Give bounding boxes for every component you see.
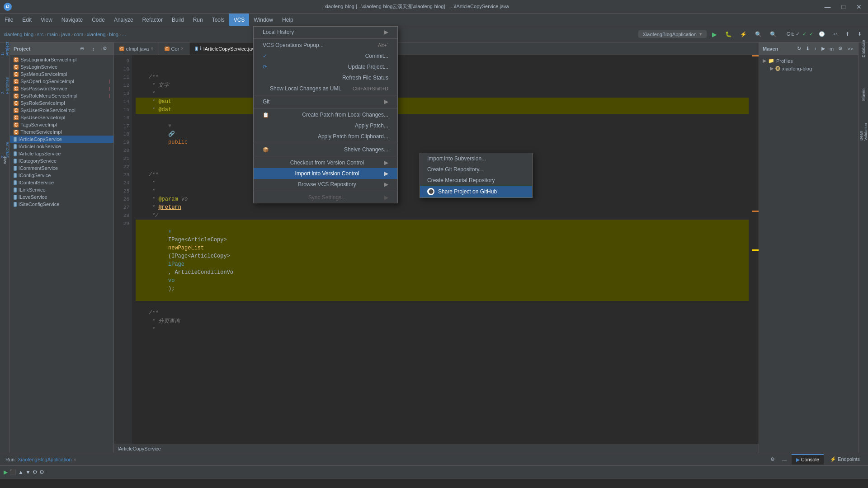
tree-item-iconfig[interactable]: IIConfigService <box>10 172 113 179</box>
tab-cor[interactable]: C Cor × <box>159 42 189 55</box>
git-pull-button[interactable]: ⬇ <box>855 30 864 38</box>
maven-profiles[interactable]: ▶ 📁 Profiles <box>761 57 856 65</box>
tab-eimpl[interactable]: C eImpI.java × <box>114 42 159 55</box>
create-mercurial-repo[interactable]: Create Mercurial Repository <box>420 175 532 186</box>
tree-item-iarticlecopy[interactable]: IIArticleCopyService <box>10 136 113 143</box>
menu-show-local-changes[interactable]: Show Local Changes as UML Ctrl+Alt+Shift… <box>254 83 397 94</box>
breadcrumb-com[interactable]: com <box>74 32 83 37</box>
breadcrumb-blog[interactable]: blog <box>109 32 118 37</box>
maven-settings-button[interactable]: ⚙ <box>837 45 844 52</box>
tab-close-cor[interactable]: × <box>181 46 184 51</box>
database-icon[interactable]: Database <box>859 44 868 53</box>
maven-side-icon[interactable]: Maven <box>859 90 868 99</box>
tree-item-theme[interactable]: CThemeServiceImpl <box>10 128 113 136</box>
menu-checkout[interactable]: Checkout from Version Control ▶ <box>254 157 397 168</box>
coverage-button[interactable]: ⚡ <box>737 30 750 39</box>
maven-more-button[interactable]: >> <box>846 45 854 52</box>
menu-commit[interactable]: ✓ Commit... <box>254 51 397 61</box>
console-up-button[interactable]: ▲ <box>18 469 24 475</box>
create-git-repo[interactable]: Create Git Repository... <box>420 164 532 175</box>
git-history-button[interactable]: 🕐 <box>816 30 828 38</box>
menu-apply-patch-clipboard[interactable]: Apply Patch from Clipboard... <box>254 131 397 142</box>
favorites-icon[interactable]: 2: Favorites <box>0 81 9 90</box>
menu-apply-patch[interactable]: Apply Patch... <box>254 120 397 131</box>
maven-add-button[interactable]: + <box>813 45 818 52</box>
console-stop-button[interactable]: ⬛ <box>9 469 16 475</box>
close-button[interactable]: ✕ <box>854 2 864 11</box>
tree-item-syslogin[interactable]: CSysLoginService <box>10 63 113 70</box>
git-push-button[interactable]: ⬆ <box>843 30 852 38</box>
menu-code[interactable]: Code <box>87 14 109 26</box>
maximize-button[interactable]: □ <box>839 2 848 11</box>
tree-item-isiteconfig[interactable]: IISiteConfigService <box>10 201 113 208</box>
tree-item-sysuser[interactable]: CSysUserServiceImpl <box>10 114 113 121</box>
run-button[interactable]: ▶ <box>709 29 720 39</box>
console-down-button[interactable]: ▼ <box>25 469 31 475</box>
menu-refresh-status[interactable]: Refresh File Status <box>254 72 397 83</box>
find-button[interactable]: 🔍 <box>767 30 779 39</box>
menu-create-patch[interactable]: 📋 Create Patch from Local Changes... <box>254 109 397 120</box>
project-settings-button[interactable]: ⚙ <box>100 44 110 53</box>
tree-item-syslogininfor[interactable]: CSysLogininforServiceImpl <box>10 56 113 63</box>
project-scroll-button[interactable]: ↕ <box>90 44 98 53</box>
menu-view[interactable]: View <box>36 14 57 26</box>
project-add-button[interactable]: ⊕ <box>77 44 87 53</box>
menu-build[interactable]: Build <box>167 14 189 26</box>
code-content[interactable]: /** * 文字 * * @aut * @dat ▼ 🔗 public /** … <box>132 55 752 444</box>
tree-item-icategory[interactable]: IICategoryService <box>10 157 113 164</box>
minimize-button[interactable]: — <box>822 2 834 11</box>
menu-vcs[interactable]: VCS <box>229 14 250 26</box>
debug-button[interactable]: 🐛 <box>722 30 735 39</box>
share-github[interactable]: ⚫ Share Project on GitHub <box>420 186 532 197</box>
menu-help[interactable]: Help <box>278 14 298 26</box>
run-close-button[interactable]: × <box>74 457 76 462</box>
project-icon[interactable]: 1: Project <box>0 44 9 53</box>
menu-sync-settings[interactable]: Sync Settings... ▶ <box>254 192 397 203</box>
tree-item-sysrole[interactable]: CSysRoleServiceImpl <box>10 99 113 107</box>
breadcrumb-xiaofeng[interactable]: xiaofeng <box>87 32 106 37</box>
tree-item-syspassword[interactable]: CSysPasswordService| <box>10 85 113 92</box>
console-settings-button[interactable]: ⚙ <box>39 469 44 475</box>
menu-run[interactable]: Run <box>189 14 208 26</box>
tree-item-sysoper[interactable]: CSysOperLogServiceImpl| <box>10 78 113 85</box>
maven-stop-button[interactable]: m <box>828 45 835 52</box>
console-run-button[interactable]: ▶ <box>4 469 8 475</box>
run-config-selector[interactable]: XiaofengBlogApplication ▾ <box>638 30 707 38</box>
menu-file[interactable]: File <box>0 14 18 26</box>
structure-icon[interactable]: Z: Structure <box>0 145 9 155</box>
menu-browse-vcs[interactable]: Browse VCS Repository ▶ <box>254 179 397 190</box>
tab-close-eimpl[interactable]: × <box>151 46 153 51</box>
maven-run-button[interactable]: ▶ <box>820 45 826 52</box>
menu-edit[interactable]: Edit <box>18 14 36 26</box>
tree-item-sysmenu[interactable]: CSysMenuServiceImpl <box>10 70 113 78</box>
import-subversion[interactable]: Import into Subversion... <box>420 153 532 164</box>
menu-vcs-operations[interactable]: VCS Operations Popup... Alt+` <box>254 40 397 51</box>
bottom-tab-console[interactable]: ▶ Console <box>792 454 824 465</box>
menu-tools[interactable]: Tools <box>208 14 229 26</box>
tree-item-ilink[interactable]: IILinkService <box>10 186 113 193</box>
menu-analyze[interactable]: Analyze <box>109 14 138 26</box>
run-settings-button[interactable]: ⚙ <box>768 455 778 464</box>
menu-git[interactable]: Git ▶ <box>254 96 397 107</box>
menu-refactor[interactable]: Refactor <box>138 14 167 26</box>
maven-refresh-button[interactable]: ↻ <box>796 45 802 52</box>
menu-update-project[interactable]: ⟳ Update Project... <box>254 61 397 72</box>
maven-xiaofeng-blog[interactable]: ▶ 🅜 xiaofeng-blog <box>761 65 856 72</box>
breadcrumb-java[interactable]: java <box>61 32 71 37</box>
menu-local-history[interactable]: Local History ▶ <box>254 27 397 38</box>
menu-window[interactable]: Window <box>249 14 278 26</box>
breadcrumb-more[interactable]: ... <box>122 32 126 37</box>
profile-button[interactable]: 🔍 <box>752 30 764 39</box>
menu-navigate[interactable]: Navigate <box>57 14 87 26</box>
run-hide-button[interactable]: — <box>779 455 790 464</box>
menu-shelve[interactable]: 📦 Shelve Changes... <box>254 144 397 155</box>
tree-item-ilove[interactable]: IILoveService <box>10 193 113 201</box>
tree-item-icontent[interactable]: IIContentService <box>10 179 113 186</box>
menu-import[interactable]: Import into Version Control ▶ <box>254 168 397 179</box>
git-rollback-button[interactable]: ↩ <box>830 30 840 38</box>
tree-item-tags[interactable]: CTagsServiceImpl <box>10 121 113 128</box>
tree-item-sysrolemenu[interactable]: CSysRoleMenuServiceImpl| <box>10 92 113 99</box>
breadcrumb-project[interactable]: xiaofeng-blog <box>4 32 33 37</box>
console-clear-button[interactable]: ⚙ <box>33 469 38 475</box>
tree-item-iarticlelook[interactable]: IIArticleLookService <box>10 143 113 150</box>
